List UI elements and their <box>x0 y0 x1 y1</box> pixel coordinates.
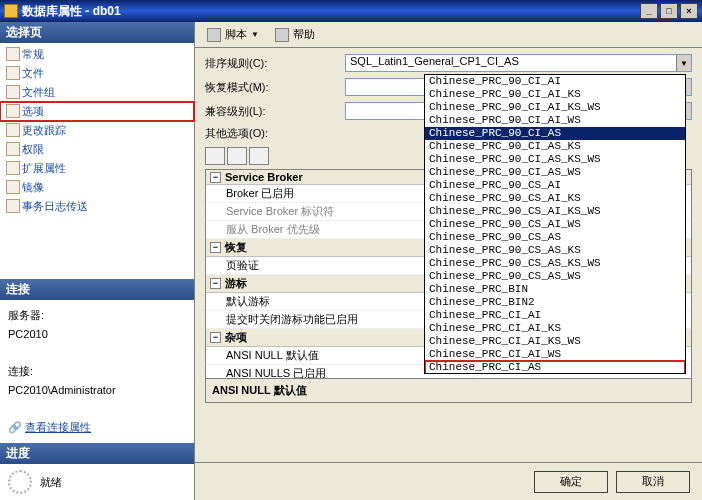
dropdown-option[interactable]: Chinese_PRC_CI_AI <box>425 309 685 322</box>
collapse-icon[interactable]: − <box>210 172 221 183</box>
dropdown-option[interactable]: Chinese_PRC_CI_AI_WS <box>425 348 685 361</box>
other-label: 其他选项(O): <box>205 126 345 141</box>
dropdown-option[interactable]: Chinese_PRC_90_CS_AI_KS_WS <box>425 205 685 218</box>
content-pane: 脚本 ▼ 帮助 排序规则(C): SQL_Latin1_General_CP1_… <box>195 22 702 500</box>
titlebar: 数据库属性 - db01 _ □ × <box>0 0 702 22</box>
nav-mirroring[interactable]: 镜像 <box>0 178 194 197</box>
compat-label: 兼容级别(L): <box>205 104 345 119</box>
chevron-down-icon: ▼ <box>676 55 691 71</box>
sidebar: 选择页 常规 文件 文件组 选项 更改跟踪 权限 扩展属性 镜像 事务日志传送 … <box>0 22 195 500</box>
toolbar: 脚本 ▼ 帮助 <box>195 22 702 48</box>
recovery-label: 恢复模式(M): <box>205 80 345 95</box>
nav-list: 常规 文件 文件组 选项 更改跟踪 权限 扩展属性 镜像 事务日志传送 <box>0 43 194 218</box>
categorize-button[interactable] <box>205 147 225 165</box>
dropdown-option[interactable]: Chinese_PRC_90_CI_AI_KS <box>425 88 685 101</box>
dropdown-option[interactable]: Chinese_PRC_90_CI_AI <box>425 75 685 88</box>
dropdown-option[interactable]: Chinese_PRC_90_CS_AI_WS <box>425 218 685 231</box>
dropdown-option[interactable]: Chinese_PRC_90_CS_AS <box>425 231 685 244</box>
nav-options[interactable]: 选项 <box>0 102 194 121</box>
dropdown-option[interactable]: Chinese_PRC_90_CS_AS_KS <box>425 244 685 257</box>
help-icon <box>275 28 289 42</box>
nav-changetracking[interactable]: 更改跟踪 <box>0 121 194 140</box>
status-text: 就绪 <box>40 475 62 490</box>
nav-extprop[interactable]: 扩展属性 <box>0 159 194 178</box>
server-value: PC2010 <box>8 325 186 344</box>
collation-label: 排序规则(C): <box>205 56 345 71</box>
collapse-icon[interactable]: − <box>210 332 221 343</box>
connect-info: 服务器: PC2010 连接: PC2010\Administrator 🔗 查… <box>0 300 194 443</box>
dropdown-option[interactable]: Chinese_PRC_CI_AI_KS <box>425 322 685 335</box>
nav-files[interactable]: 文件 <box>0 64 194 83</box>
close-button[interactable]: × <box>680 3 698 19</box>
dropdown-option[interactable]: Chinese_PRC_90_CI_AS_KS_WS <box>425 153 685 166</box>
collation-dropdown-list[interactable]: Chinese_PRC_90_CI_AIChinese_PRC_90_CI_AI… <box>424 74 686 374</box>
progress-box: 就绪 <box>0 464 194 500</box>
select-page-header: 选择页 <box>0 22 194 43</box>
conn-label: 连接: <box>8 362 186 381</box>
collapse-icon[interactable]: − <box>210 242 221 253</box>
alpha-button[interactable] <box>227 147 247 165</box>
nav-permissions[interactable]: 权限 <box>0 140 194 159</box>
dropdown-option[interactable]: Chinese_PRC_90_CS_AI_KS <box>425 192 685 205</box>
script-button[interactable]: 脚本 ▼ <box>201 25 265 44</box>
maximize-button[interactable]: □ <box>660 3 678 19</box>
link-icon: 🔗 <box>8 421 25 433</box>
app-icon <box>4 4 18 18</box>
dropdown-option[interactable]: Chinese_PRC_90_CI_AS_KS <box>425 140 685 153</box>
dropdown-option[interactable]: Chinese_PRC_90_CS_AI <box>425 179 685 192</box>
collapse-icon[interactable]: − <box>210 278 221 289</box>
ok-button[interactable]: 确定 <box>534 471 608 493</box>
nav-logshipping[interactable]: 事务日志传送 <box>0 197 194 216</box>
dialog-footer: 确定 取消 <box>195 462 702 500</box>
conn-value: PC2010\Administrator <box>8 381 186 400</box>
cancel-button[interactable]: 取消 <box>616 471 690 493</box>
window-title: 数据库属性 - db01 <box>22 3 638 20</box>
help-description: ANSI NULL 默认值 <box>205 379 692 403</box>
nav-filegroups[interactable]: 文件组 <box>0 83 194 102</box>
dropdown-option[interactable]: Chinese_PRC_90_CI_AI_WS <box>425 114 685 127</box>
dropdown-option[interactable]: Chinese_PRC_CI_AI_KS_WS <box>425 335 685 348</box>
dropdown-option[interactable]: Chinese_PRC_BIN2 <box>425 296 685 309</box>
dropdown-option[interactable]: Chinese_PRC_90_CI_AS <box>425 127 685 140</box>
dropdown-option[interactable]: Chinese_PRC_90_CI_AI_KS_WS <box>425 101 685 114</box>
prop-btn3[interactable] <box>249 147 269 165</box>
script-icon <box>207 28 221 42</box>
collation-select[interactable]: SQL_Latin1_General_CP1_CI_AS ▼ <box>345 54 692 72</box>
view-conn-link[interactable]: 查看连接属性 <box>25 421 91 433</box>
minimize-button[interactable]: _ <box>640 3 658 19</box>
progress-header: 进度 <box>0 443 194 464</box>
dropdown-option[interactable]: Chinese_PRC_90_CI_AS_WS <box>425 166 685 179</box>
help-button[interactable]: 帮助 <box>269 25 321 44</box>
progress-icon <box>8 470 32 494</box>
server-label: 服务器: <box>8 306 186 325</box>
dropdown-option[interactable]: Chinese_PRC_BIN <box>425 283 685 296</box>
dropdown-option[interactable]: Chinese_PRC_90_CS_AS_WS <box>425 270 685 283</box>
dropdown-option[interactable]: Chinese_PRC_CI_AS <box>425 361 685 374</box>
connect-header: 连接 <box>0 279 194 300</box>
nav-general[interactable]: 常规 <box>0 45 194 64</box>
chevron-down-icon: ▼ <box>251 30 259 39</box>
dropdown-option[interactable]: Chinese_PRC_90_CS_AS_KS_WS <box>425 257 685 270</box>
